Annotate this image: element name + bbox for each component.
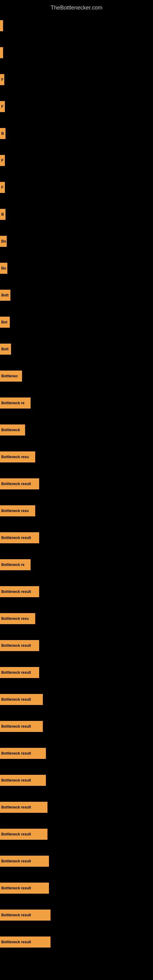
bar: Bottleneck result [0, 748, 46, 759]
bar: Bot [0, 317, 10, 328]
bar: Bottleneck result [0, 694, 43, 705]
bar-label: Bottlenec [1, 374, 18, 378]
bar [0, 47, 3, 58]
bar-label: Bottleneck result [1, 536, 31, 540]
bar-row: Bot [0, 309, 153, 336]
bar-row: Bottleneck result [0, 902, 153, 929]
bar: Bottleneck result [0, 532, 39, 543]
bar-label: Bottleneck result [1, 778, 31, 783]
bar-row: Bottleneck result [0, 875, 153, 902]
bar-row: Bottleneck result [0, 794, 153, 821]
bar-row: F [0, 93, 153, 120]
bar: Bott [0, 344, 11, 355]
bar-row: Bottleneck result [0, 740, 153, 767]
bar: Bottleneck result [0, 856, 49, 867]
bar-label: F [1, 105, 3, 109]
bar: Bottleneck result [0, 910, 51, 921]
bar-row: Bottleneck result [0, 929, 153, 956]
bar: Bottleneck result [0, 478, 39, 489]
bar: B [0, 209, 5, 220]
bar-label: Bottleneck result [1, 886, 31, 890]
bar-label: Bottleneck result [1, 643, 31, 648]
bar: Bottleneck result [0, 883, 49, 894]
bar: F [0, 155, 5, 166]
bar-label: Bottleneck result [1, 805, 31, 810]
bar-label: Bott [1, 293, 9, 298]
bar: Bottleneck result [0, 721, 43, 732]
bar: Bottleneck resu [0, 505, 35, 516]
bar-row: Bottleneck result [0, 821, 153, 848]
bar: F [0, 74, 4, 85]
bar-row: Bottleneck result [0, 659, 153, 686]
bar: Bottleneck result [0, 937, 51, 948]
bar: F [0, 182, 5, 193]
bar: Bottleneck result [0, 667, 39, 678]
bar-label: Bo [1, 239, 6, 243]
bar-row: Bottleneck result [0, 848, 153, 875]
bar-row: Bott [0, 336, 153, 363]
bar: Bottleneck re [0, 559, 30, 570]
bar-row: Bottleneck result [0, 578, 153, 605]
bar-row: Bottleneck resu [0, 444, 153, 470]
bar: Bottleneck [0, 425, 25, 436]
bar-label: Bottleneck re [1, 401, 24, 405]
bar-label: Bottleneck result [1, 670, 31, 675]
bar: Bo [0, 263, 7, 274]
bar-row [0, 39, 153, 66]
bar-label: B [1, 212, 4, 216]
bar: Bottlenec [0, 371, 22, 382]
bar-row: Bottlenec [0, 363, 153, 390]
bar-label: Bottleneck result [1, 590, 31, 594]
bar-label: Bottleneck resu [1, 509, 29, 513]
bar-label: Bottleneck [1, 428, 20, 432]
bar-row: B [0, 201, 153, 228]
bar-label: Bo [1, 266, 6, 270]
bar: Bottleneck resu [0, 613, 35, 624]
bar-label: Bot [1, 320, 7, 324]
bar-row: Bottleneck resu [0, 605, 153, 632]
bar-row: Bo [0, 228, 153, 255]
bar-row: F [0, 174, 153, 201]
bar-label: Bottleneck result [1, 940, 31, 944]
bar-label: Bottleneck result [1, 482, 31, 486]
bar-label: Bottleneck result [1, 832, 31, 836]
bar-row: Bottleneck [0, 417, 153, 444]
bar-label: F [1, 158, 3, 162]
bar: Bottleneck result [0, 802, 48, 813]
bar: F [0, 101, 5, 112]
bar-label: Bottleneck result [1, 724, 31, 729]
bar: Bottleneck result [0, 829, 48, 840]
bar-label: Bottleneck result [1, 751, 31, 756]
bar-row: Bottleneck resu [0, 497, 153, 524]
bar-row: Bottleneck result [0, 524, 153, 551]
bar-row: Bottleneck result [0, 686, 153, 713]
bar-row: Bottleneck result [0, 632, 153, 659]
bar-row: F [0, 66, 153, 93]
bar-row [0, 12, 153, 39]
bar: Bottleneck re [0, 398, 30, 409]
bars-container: FFBFFBBoBoBottBotBottBottlenecBottleneck… [0, 12, 153, 956]
bar-row: F [0, 147, 153, 174]
bar-label: F [1, 78, 3, 82]
bar-row: Bottleneck result [0, 470, 153, 497]
bar [0, 20, 3, 31]
bar-label: Bottleneck resu [1, 616, 29, 621]
bar-label: Bottleneck result [1, 697, 31, 702]
bar: Bott [0, 290, 10, 301]
bar: Bottleneck result [0, 586, 39, 597]
bar-label: Bottleneck re [1, 563, 24, 567]
bar: B [0, 128, 5, 139]
bar-row: Bo [0, 255, 153, 282]
bar-label: F [1, 185, 3, 189]
bar: Bottleneck result [0, 640, 39, 651]
bar-row: B [0, 120, 153, 147]
bar-row: Bott [0, 282, 153, 309]
bar-label: Bottleneck resu [1, 455, 29, 459]
bar-label: Bott [1, 347, 9, 351]
bar-row: Bottleneck result [0, 767, 153, 794]
bar-label: B [1, 131, 4, 136]
bar: Bo [0, 236, 7, 247]
bar-label: Bottleneck result [1, 913, 31, 917]
bar-row: Bottleneck result [0, 713, 153, 740]
bar-row: Bottleneck re [0, 551, 153, 578]
